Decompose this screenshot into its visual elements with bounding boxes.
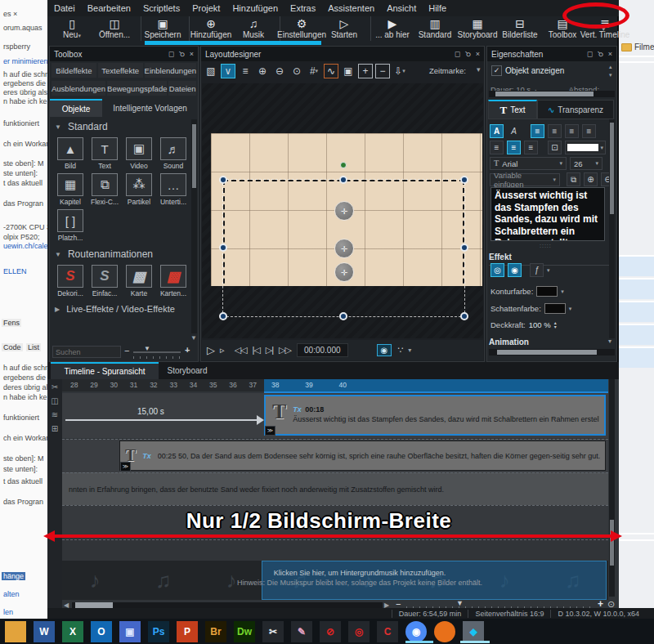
tab-transparenz[interactable]: ∿ Transparenz xyxy=(537,100,614,119)
toolbar-button[interactable]: ⚙ Einstellungen xyxy=(280,16,323,41)
copy-icon[interactable]: ⧉ xyxy=(567,172,580,186)
tab-text[interactable]: T Text xyxy=(488,100,537,119)
taskbar-app-icon[interactable]: ⊘ xyxy=(320,621,341,642)
toolbox-route-item[interactable]: ▩ Karte xyxy=(122,265,156,297)
eigenschaften-hscrollbar[interactable] xyxy=(489,91,615,97)
toolbox-object-item[interactable]: ▦ Kapitel xyxy=(53,173,87,206)
move-handle[interactable]: ✛ xyxy=(334,262,354,282)
scrollbar-thumb[interactable] xyxy=(495,92,594,96)
track-type-icon[interactable]: ◫ xyxy=(51,396,58,405)
selection-handle[interactable] xyxy=(339,312,347,320)
resize-grip[interactable]: ::::: xyxy=(540,243,552,248)
kontur-color-swatch[interactable] xyxy=(536,286,558,297)
restore-icon[interactable]: ◻ xyxy=(587,50,593,58)
toolbox-object-item[interactable]: … Unterti... xyxy=(156,173,190,206)
taskbar-app-icon[interactable]: C xyxy=(377,621,398,642)
selection-handle[interactable] xyxy=(460,244,468,252)
taskbar-app-icon[interactable]: ◆ xyxy=(463,621,484,642)
chevron-down-icon[interactable]: ▾ xyxy=(547,267,550,274)
selection-handle[interactable] xyxy=(460,176,468,184)
taskbar-app-icon[interactable]: ◉ xyxy=(405,621,427,642)
toolbox-object-item[interactable]: [ ] Platzh... xyxy=(53,209,87,242)
toolbar-button[interactable]: ▣ Speichern xyxy=(141,16,184,41)
layout-tool-button[interactable]: ∿ xyxy=(324,64,338,78)
outline-effect-button[interactable]: ◎ xyxy=(490,263,504,277)
move-handle[interactable]: ✛ xyxy=(334,201,354,221)
toolbox-route-item[interactable]: S Einfac... xyxy=(87,265,122,297)
toolbox-object-item[interactable]: ⧉ Flexi-C... xyxy=(87,173,122,206)
layout-tool-button[interactable]: ⊕ xyxy=(255,64,270,78)
align-right-button[interactable]: ≡ xyxy=(565,124,579,138)
fx-button[interactable]: ƒ xyxy=(530,263,544,277)
timeline-zoom-slider-thumb[interactable]: ▼ xyxy=(456,599,464,607)
animation-section[interactable]: Animation ▾ xyxy=(489,338,611,347)
layout-tool-button[interactable]: #▾ xyxy=(307,64,321,78)
track-5[interactable] xyxy=(62,539,608,561)
taskbar-app-icon[interactable]: P xyxy=(177,621,198,642)
tab-objekte[interactable]: Objekte xyxy=(50,99,102,117)
move-handle[interactable]: ✛ xyxy=(334,239,354,258)
taskbar-app-icon[interactable]: ▣ xyxy=(119,621,141,642)
scrollbar-thumb[interactable] xyxy=(610,520,614,566)
scrollbar-thumb[interactable] xyxy=(610,123,614,214)
tab-storyboard[interactable]: Storyboard xyxy=(159,362,216,379)
valign-top-button[interactable]: ≡ xyxy=(490,141,504,154)
layout-tool-button[interactable]: ▣ xyxy=(341,64,356,78)
menu-item[interactable]: Datei xyxy=(54,3,75,13)
chevron-down-icon[interactable]: ▾ xyxy=(569,306,572,312)
scrollbar-thumb[interactable] xyxy=(497,350,597,355)
transition-badge-icon[interactable]: ≫ xyxy=(120,462,131,472)
taskbar-app-icon[interactable]: W xyxy=(34,621,55,642)
section-standard[interactable]: ▼ Standard xyxy=(50,121,198,132)
align-center-button[interactable]: ≡ xyxy=(548,124,562,138)
section-live-effekte[interactable]: ▶ Live-Effekte / Video-Effekte xyxy=(50,304,198,314)
layout-tool-button[interactable]: ⇩▾ xyxy=(392,64,407,78)
italic-button[interactable]: A xyxy=(507,124,521,138)
align-justify-button[interactable]: ≡ xyxy=(582,124,596,138)
taskbar-app-icon[interactable]: Dw xyxy=(234,621,255,642)
rotate-handle[interactable] xyxy=(340,162,347,168)
explorer-folder-filme[interactable]: Filme xyxy=(621,42,654,51)
selection-handle[interactable] xyxy=(460,312,468,320)
scroll-up-icon[interactable]: ▴ xyxy=(609,64,612,70)
menu-item[interactable]: Assistenten xyxy=(328,3,374,13)
zoom-in-icon[interactable]: ⊕ xyxy=(584,172,598,186)
scrollbar-thumb[interactable] xyxy=(192,124,196,188)
selection-handle[interactable] xyxy=(219,176,227,184)
toolbox-tab[interactable]: Bildeffekte xyxy=(52,63,96,78)
toolbox-tab[interactable]: Bewegungspfade xyxy=(107,81,167,96)
taskbar-app-icon[interactable] xyxy=(5,621,26,642)
taskbar-app-icon[interactable]: O xyxy=(91,621,112,642)
text-clip-2[interactable]: T Tx 00:25 50, Da der Sand aus dem Boden… xyxy=(119,441,606,471)
preview-eye-button[interactable]: ◉ xyxy=(377,344,392,356)
toolbar-button[interactable]: ◫ Öffnen... xyxy=(93,16,136,41)
selection-handle[interactable] xyxy=(219,312,227,320)
layout-tool-button[interactable]: ∨ xyxy=(221,64,235,78)
menu-item[interactable]: Hinzufügen xyxy=(232,3,278,13)
eigenschaften-hscrollbar2[interactable] xyxy=(489,349,615,356)
layout-toolbar-overflow-icon[interactable]: ▾ xyxy=(477,65,481,74)
toolbar-button[interactable]: ⊟ Bilderliste xyxy=(499,16,541,41)
keyframe-nodes-button[interactable]: ∵ xyxy=(397,345,402,356)
font-color-picker[interactable]: ▾ xyxy=(565,141,606,154)
pin-icon[interactable]: ⚲ xyxy=(464,49,473,59)
track-type-icon[interactable]: ⊞ xyxy=(52,424,58,433)
align-left-button[interactable]: ≡ xyxy=(531,124,544,138)
play-from-here-button[interactable]: ▹ xyxy=(220,345,224,356)
rewind-button[interactable]: ◁◁ xyxy=(235,345,247,356)
pin-icon[interactable]: ⚲ xyxy=(177,49,187,59)
text-clip-1[interactable]: T Tx 00:18 Äusserst wichtig ist das Stam… xyxy=(264,395,606,436)
search-input[interactable] xyxy=(52,346,121,358)
chevron-down-icon[interactable]: ▾ xyxy=(561,288,564,295)
deckkraft-stepper[interactable]: ▴▾ xyxy=(554,321,557,329)
menu-item[interactable]: Extras xyxy=(290,3,316,13)
schatten-color-swatch[interactable] xyxy=(544,303,566,314)
toolbar-button[interactable]: ▦ Storyboard xyxy=(456,16,499,41)
menu-item[interactable]: Bearbeiten xyxy=(87,3,131,13)
toolbar-button[interactable]: ⊕ Hinzufügen xyxy=(189,16,232,41)
menu-item[interactable]: Projekt xyxy=(192,3,220,13)
close-icon[interactable]: × xyxy=(190,50,194,58)
menu-item[interactable]: Ansicht xyxy=(387,3,416,13)
toolbar-button[interactable]: ▷ Starten xyxy=(323,16,365,41)
toolbar-button[interactable]: ▥ Standard xyxy=(414,16,456,41)
